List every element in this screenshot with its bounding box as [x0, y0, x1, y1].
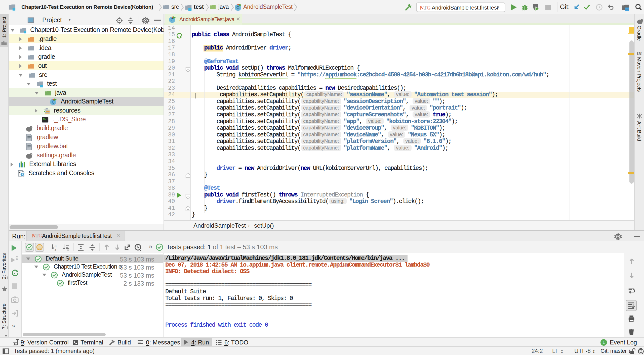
svg-text:C: C	[236, 5, 239, 10]
svg-text:z: z	[55, 247, 56, 251]
svg-text:C: C	[52, 100, 55, 104]
svg-text:C: C	[171, 18, 174, 22]
svg-text:a: a	[55, 244, 57, 248]
